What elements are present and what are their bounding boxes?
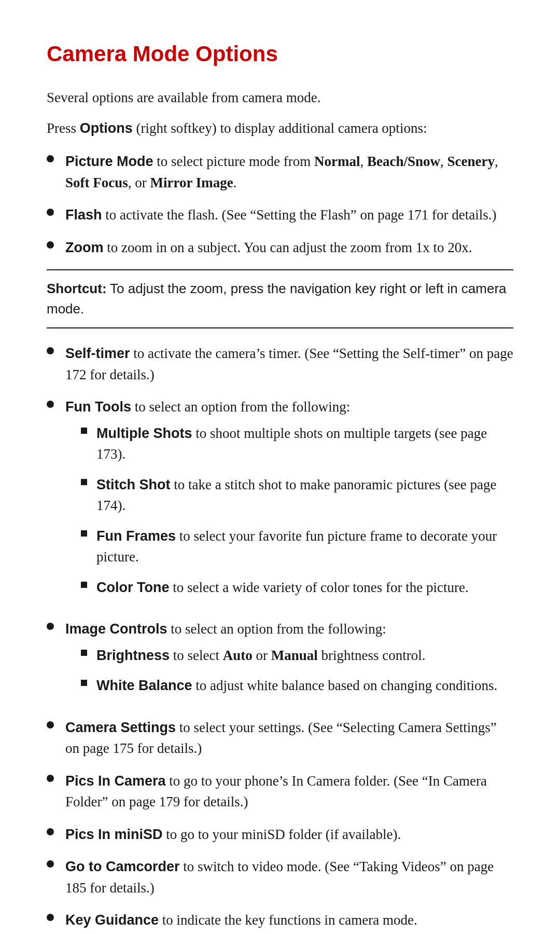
image-controls-label: Image Controls bbox=[65, 621, 167, 637]
fun-tools-label: Fun Tools bbox=[65, 399, 131, 415]
picture-mode-label: Picture Mode bbox=[65, 154, 153, 169]
list-item: Stitch Shot to take a stitch shot to mak… bbox=[81, 474, 513, 516]
list-item: Camera Settings to select your settings.… bbox=[47, 717, 513, 759]
sub-bullet-square bbox=[81, 650, 87, 656]
list-item: Go to Camcorder to switch to video mode.… bbox=[47, 856, 513, 898]
sub-bullet-square bbox=[81, 479, 87, 485]
bullet-dot bbox=[47, 828, 54, 835]
first-bullet-list: Picture Mode to select picture mode from… bbox=[47, 151, 513, 258]
pics-in-minisd-label: Pics In miniSD bbox=[65, 827, 163, 842]
list-item: Picture Mode to select picture mode from… bbox=[47, 151, 513, 193]
multiple-shots-label: Multiple Shots bbox=[96, 425, 192, 441]
shortcut-box: Shortcut: To adjust the zoom, press the … bbox=[47, 269, 513, 328]
bullet-dot bbox=[47, 401, 54, 408]
sub-content: Stitch Shot to take a stitch shot to mak… bbox=[96, 474, 513, 516]
sub-bullet-square bbox=[81, 680, 87, 686]
bullet-dot bbox=[47, 241, 54, 249]
bullet-dot bbox=[47, 860, 54, 868]
bullet-content: Picture Mode to select picture mode from… bbox=[65, 151, 513, 193]
shortcut-body: To adjust the zoom, press the navigation… bbox=[47, 281, 507, 317]
bullet-dot bbox=[47, 209, 54, 216]
list-item: Self-timer to activate the camera’s time… bbox=[47, 343, 513, 385]
options-bold: Options bbox=[80, 120, 133, 136]
list-item: Pics In miniSD to go to your miniSD fold… bbox=[47, 824, 513, 845]
key-guidance-label: Key Guidance bbox=[65, 912, 159, 928]
bullet-dot bbox=[47, 155, 54, 162]
bullet-content: Go to Camcorder to switch to video mode.… bbox=[65, 856, 513, 898]
press-options: Press Options (right softkey) to display… bbox=[47, 118, 513, 139]
sub-bullet-square bbox=[81, 530, 87, 537]
bullet-dot bbox=[47, 623, 54, 630]
bullet-content: Image Controls to select an option from … bbox=[65, 619, 513, 706]
list-item: Image Controls to select an option from … bbox=[47, 619, 513, 706]
image-controls-sub-list: Brightness to select Auto or Manual brig… bbox=[81, 645, 513, 696]
list-item: White Balance to adjust white balance ba… bbox=[81, 675, 513, 696]
white-balance-label: White Balance bbox=[96, 678, 192, 693]
brightness-label: Brightness bbox=[96, 648, 170, 663]
bullet-dot bbox=[47, 347, 54, 354]
list-item: Multiple Shots to shoot multiple shots o… bbox=[81, 423, 513, 465]
fun-tools-sub-list: Multiple Shots to shoot multiple shots o… bbox=[81, 423, 513, 598]
page-container: Camera Mode Options Several options are … bbox=[0, 0, 560, 934]
bullet-content: Self-timer to activate the camera’s time… bbox=[65, 343, 513, 385]
list-item: Zoom to zoom in on a subject. You can ad… bbox=[47, 237, 513, 258]
sub-content: White Balance to adjust white balance ba… bbox=[96, 675, 513, 696]
pics-in-camera-label: Pics In Camera bbox=[65, 773, 166, 789]
flash-label: Flash bbox=[65, 207, 102, 223]
sub-bullet-square bbox=[81, 428, 87, 434]
second-bullet-list: Self-timer to activate the camera’s time… bbox=[47, 343, 513, 934]
sub-content: Multiple Shots to shoot multiple shots o… bbox=[96, 423, 513, 465]
bullet-content: Key Guidance to indicate the key functio… bbox=[65, 910, 513, 931]
bullet-content: Zoom to zoom in on a subject. You can ad… bbox=[65, 237, 513, 258]
bullet-content: Camera Settings to select your settings.… bbox=[65, 717, 513, 759]
list-item: Key Guidance to indicate the key functio… bbox=[47, 910, 513, 931]
list-item: Fun Frames to select your favorite fun p… bbox=[81, 526, 513, 568]
go-to-camcorder-label: Go to Camcorder bbox=[65, 859, 180, 874]
bullet-content: Fun Tools to select an option from the f… bbox=[65, 396, 513, 607]
sub-content: Fun Frames to select your favorite fun p… bbox=[96, 526, 513, 568]
list-item: Pics In Camera to go to your phone’s In … bbox=[47, 771, 513, 813]
page-title: Camera Mode Options bbox=[47, 42, 513, 66]
bullet-dot bbox=[47, 914, 54, 921]
bullet-dot bbox=[47, 775, 54, 782]
bullet-content: Pics In miniSD to go to your miniSD fold… bbox=[65, 824, 513, 845]
camera-settings-label: Camera Settings bbox=[65, 720, 176, 735]
list-item: Brightness to select Auto or Manual brig… bbox=[81, 645, 513, 666]
list-item: Fun Tools to select an option from the f… bbox=[47, 396, 513, 607]
bullet-content: Pics In Camera to go to your phone’s In … bbox=[65, 771, 513, 813]
bullet-content: Flash to activate the flash. (See “Setti… bbox=[65, 204, 513, 226]
sub-content: Color Tone to select a wide variety of c… bbox=[96, 577, 513, 598]
shortcut-label: Shortcut: bbox=[47, 281, 107, 296]
intro-text: Several options are available from camer… bbox=[47, 87, 513, 108]
list-item: Color Tone to select a wide variety of c… bbox=[81, 577, 513, 598]
bullet-dot bbox=[47, 721, 54, 729]
sub-bullet-square bbox=[81, 582, 87, 588]
list-item: Flash to activate the flash. (See “Setti… bbox=[47, 204, 513, 226]
self-timer-label: Self-timer bbox=[65, 346, 130, 361]
zoom-label: Zoom bbox=[65, 240, 104, 255]
sub-content: Brightness to select Auto or Manual brig… bbox=[96, 645, 513, 666]
stitch-shot-label: Stitch Shot bbox=[96, 477, 171, 492]
color-tone-label: Color Tone bbox=[96, 580, 169, 595]
fun-frames-label: Fun Frames bbox=[96, 528, 176, 544]
